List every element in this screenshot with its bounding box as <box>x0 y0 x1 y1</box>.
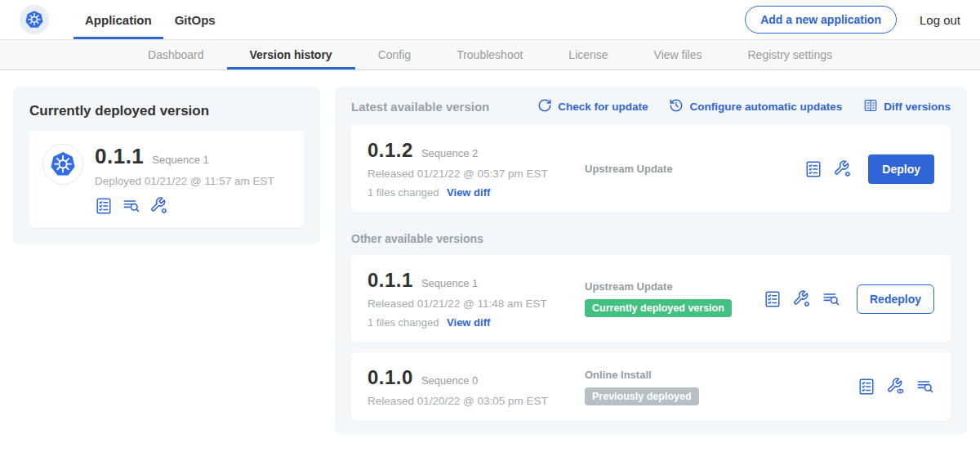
currently-deployed-panel: Currently deployed version 0.1.1 Sequenc… <box>13 87 320 244</box>
version-source-label: Online Install <box>585 369 858 381</box>
diff-versions-label: Diff versions <box>884 101 951 113</box>
app-icon <box>42 144 83 185</box>
sequence-label: Sequence 1 <box>421 277 478 289</box>
version-number: 0.1.1 <box>368 269 413 292</box>
deployed-version-number: 0.1.1 <box>95 144 144 169</box>
version-card-0-1-1: 0.1.1 Sequence 1 Released 01/21/22 @ 11:… <box>351 255 951 342</box>
refresh-icon <box>537 98 552 115</box>
wrench-gear-icon[interactable] <box>834 160 852 178</box>
files-changed-label: 1 files changed <box>368 186 439 199</box>
released-timestamp: Released 01/21/22 @ 11:48 am EST <box>368 298 573 310</box>
tab-application[interactable]: Application <box>74 0 163 39</box>
wrench-gear-icon[interactable] <box>150 197 168 215</box>
wrench-gear-icon[interactable] <box>793 290 811 308</box>
release-notes-icon[interactable] <box>822 290 840 308</box>
checklist-icon[interactable] <box>764 290 782 308</box>
checklist-icon[interactable] <box>804 160 822 178</box>
header-spacer <box>227 0 745 39</box>
checklist-icon[interactable] <box>858 378 875 396</box>
deploy-button[interactable]: Deploy <box>868 154 934 184</box>
diff-versions-link[interactable]: Diff versions <box>863 98 951 115</box>
configure-automatic-updates-link[interactable]: Configure automatic updates <box>669 98 842 115</box>
app-subnav: Dashboard Version history Config Trouble… <box>0 39 980 70</box>
previously-deployed-badge: Previously deployed <box>585 387 699 405</box>
released-timestamp: Released 01/21/22 @ 05:37 pm EST <box>368 168 573 180</box>
tab-dashboard[interactable]: Dashboard <box>125 40 227 69</box>
files-changed-label: 1 files changed <box>368 316 439 329</box>
tab-config[interactable]: Config <box>355 40 434 69</box>
wrench-eye-icon[interactable] <box>887 378 905 396</box>
checklist-icon[interactable] <box>95 197 113 215</box>
tab-view-files[interactable]: View files <box>631 40 725 69</box>
app-tabs: Application GitOps <box>74 0 227 39</box>
kubernetes-logo <box>20 5 49 34</box>
sequence-label: Sequence 2 <box>421 147 478 159</box>
diff-icon <box>863 98 878 115</box>
release-notes-icon[interactable] <box>916 378 934 396</box>
tab-troubleshoot[interactable]: Troubleshoot <box>434 40 546 69</box>
version-source-label: Upstream Update <box>585 280 764 293</box>
deployed-timestamp: Deployed 01/21/22 @ 11:57 am EST <box>95 175 274 187</box>
add-application-button[interactable]: Add a new application <box>745 6 897 34</box>
deployed-panel-title: Currently deployed version <box>29 103 304 119</box>
other-versions-title: Other available versions <box>351 232 951 245</box>
version-card-0-1-2: 0.1.2 Sequence 2 Released 01/21/22 @ 05:… <box>351 125 951 213</box>
top-header: Application GitOps Add a new application… <box>0 0 980 39</box>
tab-version-history[interactable]: Version history <box>227 40 355 69</box>
latest-version-title: Latest available version <box>351 100 489 114</box>
tab-license[interactable]: License <box>546 40 630 69</box>
schedule-icon <box>669 98 684 115</box>
check-for-update-link[interactable]: Check for update <box>537 98 648 115</box>
version-card-0-1-0: 0.1.0 Sequence 0 Released 01/20/22 @ 03:… <box>351 352 951 421</box>
view-diff-link[interactable]: View diff <box>447 186 490 199</box>
version-number: 0.1.0 <box>368 366 413 389</box>
release-notes-icon[interactable] <box>122 197 140 215</box>
configure-automatic-updates-label: Configure automatic updates <box>689 101 842 113</box>
version-source-label: Upstream Update <box>585 163 804 175</box>
check-for-update-label: Check for update <box>558 101 648 113</box>
main-content: Currently deployed version 0.1.1 Sequenc… <box>0 70 980 450</box>
tab-application-label: Application <box>85 13 152 27</box>
tab-registry-settings[interactable]: Registry settings <box>725 40 855 69</box>
deployed-version-card: 0.1.1 Sequence 1 Deployed 01/21/22 @ 11:… <box>29 131 304 228</box>
tab-gitops[interactable]: GitOps <box>163 0 227 39</box>
currently-deployed-badge: Currently deployed version <box>585 299 732 317</box>
logout-button[interactable]: Log out <box>920 13 960 27</box>
sequence-label: Sequence 0 <box>421 374 478 387</box>
deployed-sequence-label: Sequence 1 <box>152 154 208 166</box>
version-number: 0.1.2 <box>368 139 413 162</box>
released-timestamp: Released 01/20/22 @ 03:05 pm EST <box>368 395 573 407</box>
tab-gitops-label: GitOps <box>175 13 216 27</box>
version-history-panel: Latest available version Check for updat… <box>335 87 967 434</box>
redeploy-button[interactable]: Redeploy <box>857 284 934 314</box>
view-diff-link[interactable]: View diff <box>447 316 490 329</box>
